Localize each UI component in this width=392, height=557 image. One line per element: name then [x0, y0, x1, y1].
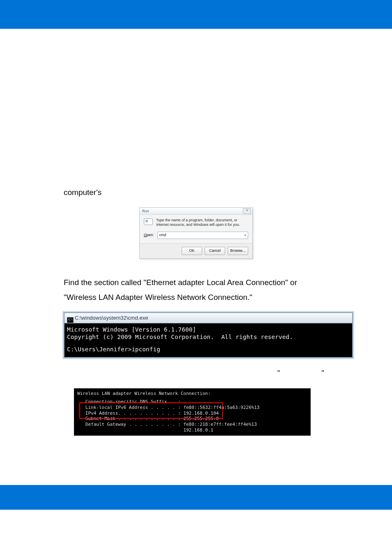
cmd-title-text: C:\windows\system32\cmd.exe	[75, 315, 148, 321]
run-dialog-title: Run	[142, 209, 149, 213]
ipconfig-output: Wireless LAN adapter Wireless Network Co…	[74, 388, 311, 435]
ipconfig-line: Default Gateway . . . . . . . . . : fe80…	[77, 422, 307, 427]
browse-button[interactable]: Browse...	[228, 247, 248, 255]
run-dialog-body: Type the name of a program, folder, docu…	[140, 215, 252, 232]
stray-quotes: ""	[277, 366, 328, 380]
run-dialog-description: Type the name of a program, folder, docu…	[156, 218, 248, 227]
cmd-titlebar: C:\C:\windows\system32\cmd.exe	[65, 313, 352, 323]
ipconfig-header: Wireless LAN adapter Wireless Network Co…	[77, 391, 307, 397]
run-dialog-buttons: OK Cancel Browse...	[140, 243, 252, 258]
ipconfig-line: Subnet Mask . . . . . . . . . . . : 255.…	[77, 416, 307, 422]
cmd-line: Copyright (c) 2009 Microsoft Corporation…	[67, 333, 349, 341]
run-dialog: Run ✕ Type the name of a program, folder…	[139, 207, 253, 259]
cmd-icon: C:\	[67, 317, 74, 323]
cmd-output: Microsoft Windows [Version 6.1.7600] Cop…	[65, 323, 352, 357]
run-command-value: cmd	[159, 232, 166, 239]
ok-button[interactable]: OK	[182, 247, 202, 255]
ipconfig-line: 192.168.0.1	[77, 427, 307, 433]
header-bar	[0, 0, 392, 29]
cmd-line: C:\Users\Jennifer>ipconfig	[67, 346, 349, 353]
instruction-line-2: "Wireless LAN Adapter Wireless Network C…	[64, 290, 328, 305]
instruction-line-1: Find the section called "Ethernet adapte…	[64, 275, 328, 290]
ipconfig-line: Link-local IPv6 Address . . . . . : fe80…	[77, 405, 307, 411]
cancel-button[interactable]: Cancel	[205, 247, 225, 255]
intro-text: computer's	[64, 185, 328, 200]
run-open-label: Open:	[144, 232, 154, 239]
run-command-input[interactable]: cmd ▾	[157, 232, 248, 239]
ipconfig-line: IPv4 Address. . . . . . . . . . . : 192.…	[77, 411, 307, 416]
cmd-line: Microsoft Windows [Version 6.1.7600]	[67, 326, 349, 333]
chevron-down-icon[interactable]: ▾	[244, 232, 246, 238]
run-open-row: Open: cmd ▾	[140, 232, 252, 243]
page-content: computer's Run ✕ Type the name of a prog…	[0, 29, 392, 436]
cmd-window: C:\C:\windows\system32\cmd.exe Microsoft…	[64, 312, 353, 358]
ipconfig-line: Connection-specific DNS Suffix . :	[77, 399, 307, 405]
run-icon	[144, 218, 153, 225]
footer-bar	[0, 485, 392, 510]
close-icon[interactable]: ✕	[243, 208, 251, 214]
run-dialog-titlebar: Run ✕	[140, 208, 252, 215]
